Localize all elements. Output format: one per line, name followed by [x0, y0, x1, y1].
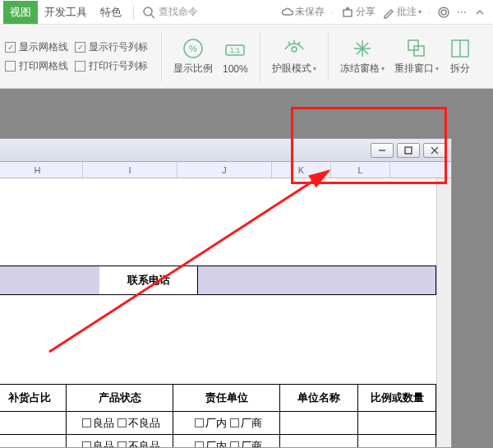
col-header[interactable]: J [177, 162, 272, 178]
cell-dept[interactable]: 厂内厂商 [173, 412, 280, 435]
svg-text:1:1: 1:1 [230, 46, 241, 54]
svg-point-9 [292, 47, 297, 52]
th-ratio[interactable]: 补货占比 [0, 384, 67, 412]
th-unitname[interactable]: 单位名称 [280, 384, 358, 412]
th-dept[interactable]: 责任单位 [173, 384, 280, 412]
svg-rect-15 [405, 147, 412, 154]
cloud-unsaved[interactable]: 未保存 [277, 5, 328, 19]
chevron-down-icon: ▾ [418, 8, 422, 16]
cell-dept[interactable]: 厂内厂商 [173, 435, 280, 447]
btn-split[interactable]: 拆分 [444, 35, 477, 77]
checkbox-icon[interactable] [195, 418, 204, 427]
cell-qty[interactable] [358, 412, 436, 435]
tab-devtools[interactable]: 开发工具 [38, 1, 94, 24]
cell-unitname[interactable] [280, 435, 358, 447]
col-header[interactable]: H [0, 162, 83, 178]
annotate-button[interactable]: 批注 ▾ [379, 5, 425, 19]
ribbon: ✓显示网格线 打印网格线 ✓显示行号列标 打印行号列标 % 显示比例 1:1 1… [0, 25, 493, 89]
more-button[interactable]: ⋯ [454, 7, 470, 18]
pencil-icon [382, 6, 395, 19]
cell-ratio[interactable] [0, 435, 67, 447]
th-status[interactable]: 产品状态 [67, 384, 173, 412]
cell-ratio[interactable] [0, 412, 67, 435]
btn-zoom-100[interactable]: 1:1 100% [218, 37, 253, 76]
cell[interactable] [0, 266, 99, 295]
cell-status[interactable]: 良品不良品 [67, 435, 173, 447]
workspace: H I J K L 联系电话 补货占比产品状态责任单位单位名称比例或数量良品不良… [0, 89, 493, 448]
checkbox-icon[interactable] [195, 441, 204, 447]
svg-line-1 [151, 15, 154, 18]
close-icon [431, 146, 439, 155]
cloud-icon [280, 6, 293, 19]
svg-text:%: % [189, 44, 197, 53]
chk-show-gridlines[interactable]: ✓显示网格线 [5, 40, 68, 54]
chk-show-rowcol[interactable]: ✓显示行号列标 [75, 40, 148, 54]
separator [133, 5, 134, 20]
window-titlebar [0, 139, 451, 162]
cell-contact-label[interactable]: 联系电话 [99, 266, 198, 295]
col-header[interactable]: K [272, 162, 331, 178]
chk-print-gridlines[interactable]: 打印网格线 [5, 59, 68, 73]
checkbox-icon[interactable] [117, 418, 127, 427]
chevron-down-icon: ▾ [381, 65, 385, 72]
cell-status[interactable]: 良品不良品 [67, 412, 173, 435]
column-headers[interactable]: H I J K L [0, 162, 451, 178]
snowflake-icon [352, 38, 373, 59]
btn-freeze-panes[interactable]: 冻结窗格▾ [335, 35, 389, 77]
percent-icon: % [182, 38, 204, 59]
window-close[interactable] [423, 143, 446, 158]
share-icon [341, 6, 354, 19]
tab-view[interactable]: 视图 [3, 1, 38, 24]
windows-icon [406, 38, 427, 59]
chk-print-rowcol[interactable]: 打印行号列标 [75, 59, 148, 73]
col-header[interactable]: L [331, 162, 390, 178]
btn-eye-mode[interactable]: 护眼模式▾ [267, 35, 321, 77]
window-maximize[interactable] [397, 143, 420, 158]
chevron-up-icon [473, 6, 486, 19]
svg-point-0 [144, 7, 152, 16]
svg-rect-2 [343, 10, 352, 16]
search-button[interactable]: 查找命令 [139, 5, 201, 19]
th-qty[interactable]: 比例或数量 [358, 384, 436, 412]
split-icon [449, 38, 471, 59]
svg-point-4 [439, 7, 449, 17]
checkbox-icon[interactable] [230, 418, 239, 427]
settings-button[interactable] [434, 6, 454, 19]
sheet-window: H I J K L 联系电话 补货占比产品状态责任单位单位名称比例或数量良品不良… [0, 138, 452, 448]
one-to-one-icon: 1:1 [224, 39, 246, 61]
chevron-down-icon: ▾ [435, 65, 439, 72]
search-icon [142, 6, 155, 19]
maximize-icon [404, 146, 412, 155]
tab-special[interactable]: 特色 [94, 1, 128, 24]
collapse-ribbon[interactable] [470, 6, 490, 19]
cell-qty[interactable] [358, 435, 436, 447]
eye-icon [283, 38, 305, 59]
cell-unitname[interactable] [280, 412, 358, 435]
checkbox-icon[interactable] [230, 441, 239, 447]
svg-rect-10 [408, 40, 418, 50]
svg-rect-11 [414, 46, 424, 56]
share-button[interactable]: 分享 [338, 5, 379, 19]
col-header[interactable]: I [83, 162, 177, 178]
window-minimize[interactable] [371, 143, 394, 158]
gear-icon [437, 6, 450, 19]
sheet-body[interactable]: 联系电话 补货占比产品状态责任单位单位名称比例或数量良品不良品厂内厂商良品不良品… [0, 178, 436, 447]
vertical-scrollbar[interactable] [436, 178, 451, 447]
checkbox-icon[interactable] [82, 441, 91, 447]
search-placeholder: 查找命令 [159, 5, 198, 19]
cell-contact-value[interactable] [198, 266, 436, 295]
btn-arrange-windows[interactable]: 重排窗口▾ [389, 35, 444, 77]
checkbox-icon[interactable] [82, 418, 91, 427]
svg-point-3 [441, 10, 446, 15]
minimize-icon [378, 146, 386, 155]
chevron-down-icon: ▾ [313, 65, 316, 72]
checkbox-icon[interactable] [117, 441, 127, 447]
btn-zoom[interactable]: % 显示比例 [168, 35, 218, 77]
